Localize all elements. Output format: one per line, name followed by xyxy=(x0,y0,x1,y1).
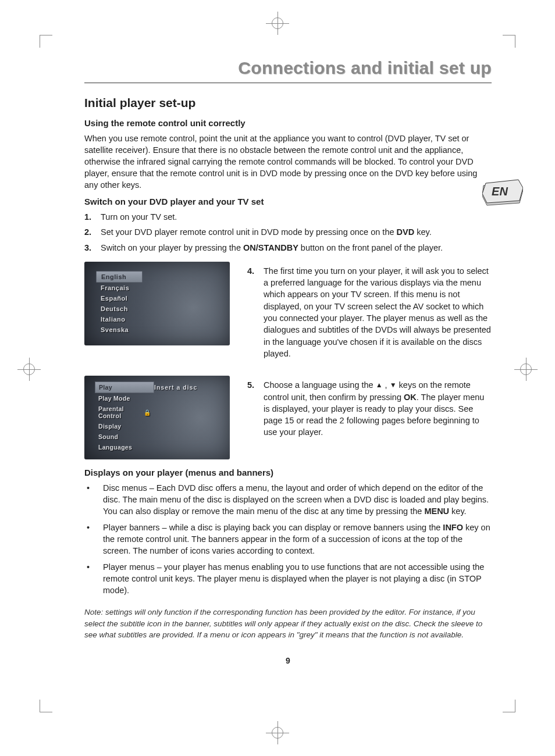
bullet-list: Disc menus – Each DVD disc offers a menu… xyxy=(84,482,492,596)
lock-icon: 🔒 xyxy=(144,409,151,416)
player-menu-item: Play xyxy=(95,381,154,393)
player-menu-item: Display xyxy=(95,421,154,432)
player-menu-item: Play Mode xyxy=(95,393,154,404)
bullet-text: Player menus – your player has menus ena… xyxy=(103,561,492,596)
player-menu-item: Parental Control🔒 xyxy=(95,404,154,421)
step-text: Set your DVD player remote control unit … xyxy=(101,226,432,238)
bullet-text: Disc menus – Each DVD disc offers a menu… xyxy=(103,482,492,517)
corner-mark xyxy=(40,35,52,48)
player-menu-screenshot: PlayPlay ModeParental Control🔒DisplaySou… xyxy=(84,376,230,459)
crop-mark-top xyxy=(266,12,289,35)
language-option: Español xyxy=(96,293,143,304)
section-heading: Initial player set-up xyxy=(84,96,492,110)
crop-mark-bottom xyxy=(266,721,289,744)
crop-mark-right xyxy=(514,358,538,381)
step-number: 5. xyxy=(247,379,258,391)
step-item: 1.Turn on your TV set. xyxy=(84,211,492,223)
step-4: 4. The first time you turn on your playe… xyxy=(247,265,492,359)
step-number: 4. xyxy=(247,265,258,277)
page-number: 9 xyxy=(84,656,492,665)
bullet-item: Player menus – your player has menus ena… xyxy=(84,561,492,596)
step-text: Turn on your TV set. xyxy=(101,211,177,223)
subheading-remote: Using the remote control unit correctly xyxy=(84,118,492,128)
step-number: 2. xyxy=(84,226,95,238)
subheading-displays: Displays on your player (menus and banne… xyxy=(84,468,492,477)
step-item: 3.Switch on your player by pressing the … xyxy=(84,242,492,254)
bullet-item: Disc menus – Each DVD disc offers a menu… xyxy=(84,482,492,517)
down-arrow-icon: ▼ xyxy=(390,380,397,390)
divider xyxy=(84,83,492,83)
player-menu-item: Languages xyxy=(95,442,154,452)
step-list: 1.Turn on your TV set.2.Set your DVD pla… xyxy=(84,211,492,254)
step-item: 2.Set your DVD player remote control uni… xyxy=(84,226,492,238)
body-paragraph: When you use remote control, point the u… xyxy=(84,133,492,191)
corner-mark xyxy=(40,700,52,712)
corner-mark xyxy=(503,35,515,48)
language-option: Italiano xyxy=(96,314,143,324)
svg-text:EN: EN xyxy=(492,185,508,198)
bullet-text: Player banners – while a disc is playing… xyxy=(103,522,492,557)
language-option: Français xyxy=(96,283,143,293)
language-menu-screenshot: EnglishFrançaisEspañolDeutschItalianoSve… xyxy=(84,262,230,345)
subheading-switch-on: Switch on your DVD player and your TV se… xyxy=(84,197,492,206)
step-text: Switch on your player by pressing the ON… xyxy=(101,242,443,254)
step-number: 1. xyxy=(84,211,95,223)
player-menu-item: Sound xyxy=(95,432,154,442)
corner-mark xyxy=(503,700,515,712)
page-title: Connections and initial set up xyxy=(84,58,492,78)
note-text: Note: settings will only function if the… xyxy=(84,607,492,641)
insert-disc-label: Insert a disc xyxy=(154,381,197,452)
step-text: Choose a language using the ▲ , ▼ keys o… xyxy=(264,379,492,438)
up-arrow-icon: ▲ xyxy=(376,380,383,390)
step-5: 5. Choose a language using the ▲ , ▼ key… xyxy=(247,379,492,438)
step-number: 3. xyxy=(84,242,95,254)
bullet-item: Player banners – while a disc is playing… xyxy=(84,522,492,557)
language-option: English xyxy=(96,271,143,283)
language-option: Svenska xyxy=(96,324,143,335)
language-option: Deutsch xyxy=(96,304,143,314)
crop-mark-left xyxy=(17,358,41,381)
step-text: The first time you turn on your player, … xyxy=(264,265,492,359)
